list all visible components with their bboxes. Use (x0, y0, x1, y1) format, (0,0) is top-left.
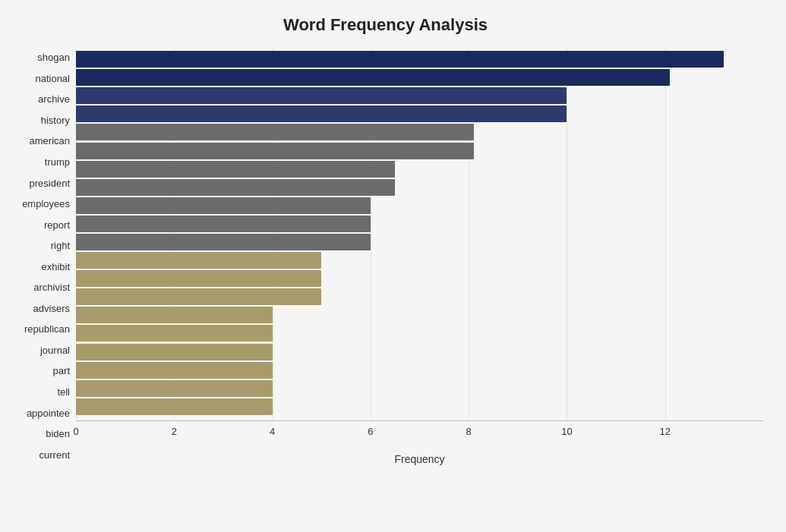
bar (76, 143, 474, 159)
bar-row (76, 123, 763, 141)
y-label: right (51, 241, 70, 250)
x-tick: 10 (561, 426, 572, 437)
y-label: national (35, 74, 70, 83)
bar-row (76, 306, 763, 324)
bar (76, 234, 371, 250)
bar (76, 398, 273, 415)
y-label: employees (22, 199, 70, 209)
y-label: history (41, 115, 70, 125)
bar-row (76, 269, 763, 288)
bar-row (76, 288, 763, 306)
bar (76, 51, 724, 68)
bar-row (76, 178, 763, 197)
y-label: american (30, 136, 70, 146)
y-label: appointee (27, 408, 70, 418)
y-label: trump (45, 157, 70, 167)
y-label: exhibit (41, 262, 70, 272)
y-label: republican (24, 324, 70, 334)
bar-row (76, 398, 763, 416)
y-labels: shogannationalarchivehistoryamericantrum… (8, 47, 76, 465)
bar (76, 69, 670, 86)
bar (76, 344, 273, 360)
bar-row (76, 361, 763, 379)
bar (76, 362, 273, 379)
bar-row (76, 233, 763, 251)
chart-title: Word Frequency Analysis (8, 15, 763, 35)
bar (76, 270, 321, 287)
x-tick: 8 (466, 426, 472, 437)
bar-row (76, 324, 763, 342)
bar (76, 197, 371, 214)
bar (76, 307, 273, 323)
bar (76, 124, 474, 140)
y-label: tell (57, 387, 70, 397)
x-axis-title: Frequency (76, 453, 763, 465)
x-tick: 4 (270, 426, 275, 437)
bars-region (76, 47, 763, 419)
bar-row (76, 343, 763, 361)
bars-wrapper (76, 47, 763, 419)
bar-row (76, 68, 763, 87)
bar (76, 325, 273, 342)
y-label: shogan (37, 52, 70, 62)
bar (76, 216, 371, 232)
bar (76, 252, 321, 269)
bar (76, 87, 567, 104)
x-tick: 2 (172, 426, 177, 437)
y-label: president (30, 178, 70, 188)
bar-row (76, 379, 763, 398)
bar-row (76, 197, 763, 215)
bar-row (76, 141, 763, 159)
bars-and-x: 024681012 Frequency (76, 47, 763, 465)
x-tick: 6 (368, 426, 373, 437)
bar (76, 288, 321, 305)
bar-row (76, 160, 763, 178)
y-label: part (53, 366, 70, 376)
y-label: report (44, 220, 70, 230)
y-label: archivist (33, 282, 70, 292)
y-label: archive (38, 94, 70, 104)
bar-row (76, 215, 763, 233)
y-label: advisers (33, 304, 70, 313)
chart-area: shogannationalarchivehistoryamericantrum… (8, 47, 763, 465)
bar (76, 179, 395, 196)
bar (76, 105, 567, 122)
bar-row (76, 87, 763, 105)
bar (76, 380, 273, 397)
bar-row (76, 50, 763, 68)
y-label: biden (46, 429, 70, 439)
x-tick: 0 (73, 426, 78, 437)
chart-container: Word Frequency Analysis shogannationalar… (0, 0, 786, 532)
y-label: current (39, 450, 70, 460)
bar-row (76, 251, 763, 269)
x-axis-labels: 024681012 (76, 421, 763, 436)
bar-row (76, 105, 763, 123)
x-tick: 12 (659, 426, 670, 437)
bar (76, 161, 395, 178)
y-label: journal (40, 345, 70, 355)
